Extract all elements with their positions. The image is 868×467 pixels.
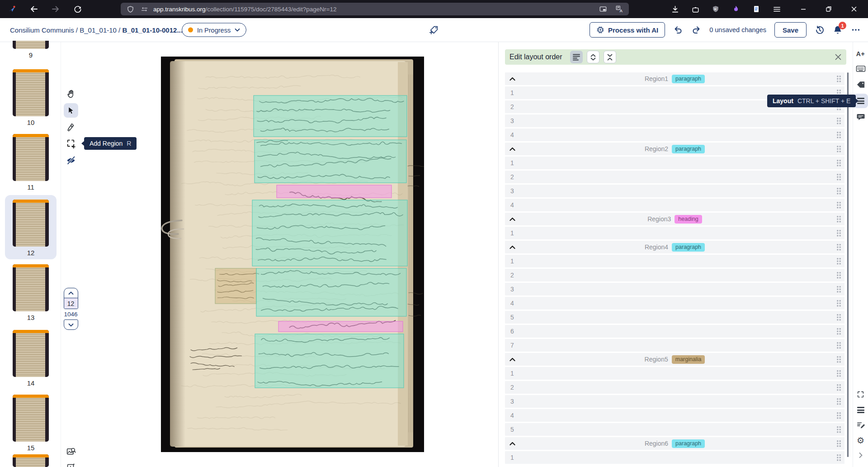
fullscreen-icon[interactable] xyxy=(856,390,865,399)
current-page-input[interactable]: 12 xyxy=(64,298,78,309)
translate-icon[interactable]: A xyxy=(614,4,624,14)
text-layout-view-icon[interactable] xyxy=(857,407,864,413)
drag-handle[interactable] xyxy=(836,356,841,363)
more-options-icon[interactable] xyxy=(851,25,861,35)
menu-icon[interactable] xyxy=(772,4,782,14)
paragraph-region-overlay[interactable] xyxy=(252,200,407,266)
restore-button[interactable] xyxy=(824,4,834,14)
page-thumbnail[interactable]: 11 xyxy=(13,134,49,191)
redo-icon[interactable] xyxy=(691,25,701,35)
add-region-tool[interactable] xyxy=(66,138,76,149)
collapse-region-icon[interactable] xyxy=(509,147,515,151)
drag-handle[interactable] xyxy=(836,426,841,433)
hide-regions-icon[interactable] xyxy=(66,155,76,166)
thumbnail-rail[interactable]: 9101112131415 xyxy=(0,42,61,467)
permissions-icon[interactable] xyxy=(139,4,149,14)
drag-handle[interactable] xyxy=(836,272,841,279)
close-panel-icon[interactable] xyxy=(835,53,842,61)
marginalia-region-overlay[interactable] xyxy=(215,268,256,304)
drag-handle[interactable] xyxy=(836,201,841,209)
line-row[interactable]: 5 xyxy=(505,311,844,324)
undo-icon[interactable] xyxy=(673,25,683,35)
line-row[interactable]: 4 xyxy=(505,129,844,141)
line-row[interactable]: 4 xyxy=(505,409,844,422)
line-row[interactable]: 3 xyxy=(505,395,844,408)
region-row[interactable]: Region3heading xyxy=(505,213,844,225)
drag-handle[interactable] xyxy=(836,328,841,335)
back-button[interactable] xyxy=(29,4,39,14)
page-thumbnail[interactable]: 14 xyxy=(13,330,49,387)
line-row[interactable]: 1 xyxy=(505,367,844,380)
line-row[interactable]: 1 xyxy=(505,451,844,464)
url-text[interactable]: app.transkribus.org/collection/115975/do… xyxy=(153,6,336,13)
collapse-region-icon[interactable] xyxy=(509,217,515,221)
add-page-icon[interactable] xyxy=(66,462,76,467)
collapse-all-button[interactable] xyxy=(604,51,616,63)
page-thumbnail[interactable]: 13 xyxy=(13,264,49,321)
document-image[interactable] xyxy=(161,57,424,452)
drag-handle[interactable] xyxy=(836,342,841,349)
paragraph-region-overlay[interactable] xyxy=(256,268,406,316)
line-row[interactable]: 4 xyxy=(505,199,844,211)
keyboard-icon[interactable] xyxy=(856,65,866,73)
drag-handle[interactable] xyxy=(836,314,841,321)
shield-icon[interactable] xyxy=(125,4,135,14)
status-dropdown[interactable]: In Progress xyxy=(182,23,246,37)
drag-handle[interactable] xyxy=(836,215,841,223)
url-bar[interactable]: app.transkribus.org/collection/115975/do… xyxy=(121,3,629,15)
drag-handle[interactable] xyxy=(836,370,841,377)
list-view-button[interactable] xyxy=(570,51,583,63)
line-row[interactable]: 2 xyxy=(505,381,844,394)
collapse-right-panel-icon[interactable] xyxy=(858,452,863,458)
purple-extension-icon[interactable] xyxy=(731,4,741,14)
download-icon[interactable] xyxy=(670,4,680,14)
adblocker-icon[interactable]: u xyxy=(711,4,721,14)
save-button[interactable]: Save xyxy=(774,22,807,38)
drag-handle[interactable] xyxy=(836,131,841,138)
breadcrumb-path[interactable]: Consilium Communis / B_01_01-10 / xyxy=(10,26,122,34)
line-row[interactable]: 1 xyxy=(505,157,844,169)
line-row[interactable]: 3 xyxy=(505,185,844,197)
line-row[interactable]: 1 xyxy=(505,255,844,267)
close-button[interactable] xyxy=(849,4,859,14)
document-canvas[interactable] xyxy=(80,42,499,467)
region-row[interactable]: Region6paragraph xyxy=(505,437,844,450)
select-pointer-tool[interactable] xyxy=(64,103,78,118)
tags-panel-icon[interactable] xyxy=(856,81,865,89)
region-row[interactable]: Region2paragraph xyxy=(505,143,844,155)
drag-handle[interactable] xyxy=(836,229,841,237)
drag-handle[interactable] xyxy=(836,187,841,195)
drag-handle[interactable] xyxy=(836,398,841,405)
edit-transcription-icon[interactable] xyxy=(856,420,865,430)
image-view-options-icon[interactable] xyxy=(66,447,76,457)
comments-panel-icon[interactable] xyxy=(856,112,865,121)
drag-handle[interactable] xyxy=(836,300,841,307)
minimize-button[interactable] xyxy=(798,4,808,14)
line-row[interactable]: 2 xyxy=(505,269,844,281)
paragraph-region-overlay[interactable] xyxy=(255,334,404,388)
drag-handle[interactable] xyxy=(836,257,841,265)
drag-handle[interactable] xyxy=(836,384,841,391)
collapse-region-icon[interactable] xyxy=(509,77,515,81)
drag-handle[interactable] xyxy=(836,243,841,251)
drag-handle[interactable] xyxy=(836,75,841,82)
expand-all-button[interactable] xyxy=(587,51,599,63)
breadcrumb[interactable]: Consilium Communis / B_01_01-10 / B_01_0… xyxy=(10,26,183,34)
drag-handle[interactable] xyxy=(836,117,841,124)
page-thumbnail[interactable]: 9 xyxy=(13,41,49,59)
paragraph-region-overlay[interactable] xyxy=(254,95,407,137)
next-page-button[interactable] xyxy=(64,319,78,330)
page-thumbnail[interactable]: 12 xyxy=(13,200,49,257)
line-row[interactable]: 1 xyxy=(505,227,844,239)
drag-handle[interactable] xyxy=(836,412,841,419)
picture-in-picture-icon[interactable] xyxy=(598,4,608,14)
line-row[interactable]: 6 xyxy=(505,325,844,338)
collapse-region-icon[interactable] xyxy=(509,245,515,249)
line-row[interactable]: 2 xyxy=(505,171,844,183)
notifications-bell[interactable]: 1 xyxy=(833,25,843,35)
line-row[interactable]: 7 xyxy=(505,339,844,352)
drag-handle[interactable] xyxy=(836,159,841,167)
page-thumbnail[interactable] xyxy=(13,454,49,467)
forward-button[interactable] xyxy=(51,4,61,14)
page-thumbnail[interactable]: 10 xyxy=(13,69,49,126)
